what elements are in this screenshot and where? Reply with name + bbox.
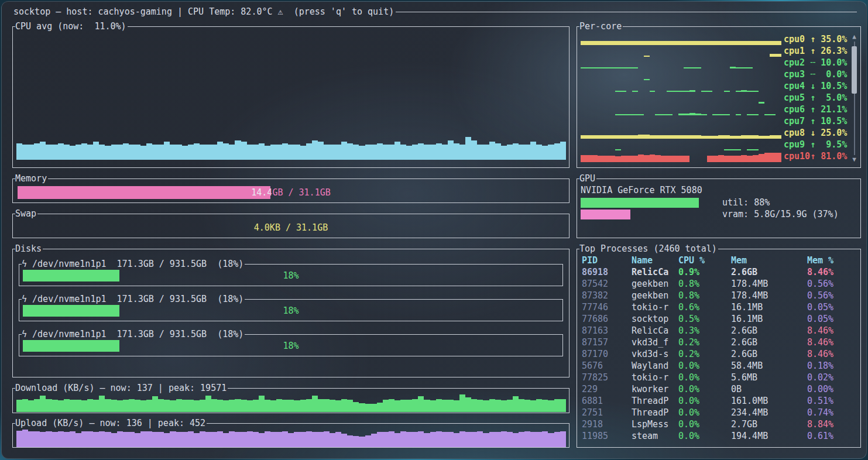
upload-history-bar bbox=[371, 434, 377, 447]
upload-history-bar bbox=[377, 432, 383, 447]
gpu-vram-gauge-fill bbox=[581, 210, 630, 219]
cpu-history-bar bbox=[371, 145, 377, 160]
process-cell: 86918 bbox=[582, 266, 632, 278]
process-cell: 87163 bbox=[582, 325, 632, 337]
process-row: 87163RelicCa0.3%2.6GB8.46% bbox=[582, 325, 856, 337]
download-history-bar bbox=[253, 400, 259, 412]
download-history-bar bbox=[347, 400, 353, 412]
upload-history-bar bbox=[507, 432, 513, 447]
cpu-history-bar bbox=[400, 145, 406, 160]
per-core-scrollbar[interactable]: ▲ ▼ bbox=[850, 33, 858, 163]
core-sparkline-bar bbox=[638, 155, 644, 162]
process-cell: ThreadP bbox=[632, 407, 678, 418]
download-history-bar bbox=[548, 400, 554, 412]
core-sparkline-bar bbox=[598, 156, 603, 162]
download-history-bar bbox=[424, 400, 430, 412]
process-cell: 0.61% bbox=[807, 430, 856, 442]
cpu-history-bar bbox=[140, 146, 146, 160]
core-sparkline-bar bbox=[655, 155, 661, 162]
upload-history-bar bbox=[330, 433, 335, 447]
core-sparkline-bar bbox=[603, 156, 609, 162]
disk-list: ϟ /dev/nvme1n1p1 171.3GB / 931.5GB (18%)… bbox=[13, 258, 569, 356]
process-table-header: PIDNameCPU %MemMem % bbox=[582, 255, 856, 266]
disk-panel-title: ϟ /dev/nvme1n1p1 171.3GB / 931.5GB (18%) bbox=[22, 293, 245, 305]
cpu-history-bar bbox=[560, 142, 566, 160]
core-row: cpu5 ↑ 5.0% bbox=[581, 92, 849, 104]
upload-history-bar bbox=[123, 432, 129, 447]
process-cell: 2.7GB bbox=[731, 418, 807, 430]
process-row: 77825tokio-r0.0%5.6MB0.02% bbox=[582, 372, 856, 383]
upload-history-bar bbox=[548, 433, 554, 447]
cpu-history-bar bbox=[34, 143, 40, 160]
scrollbar-thumb[interactable] bbox=[852, 46, 857, 94]
core-sparkline-bar bbox=[701, 41, 707, 45]
process-cell: 77746 bbox=[582, 301, 632, 313]
core-sparkline-bar bbox=[673, 156, 678, 162]
download-history-bar bbox=[341, 399, 347, 412]
process-cell: 8.46% bbox=[807, 325, 856, 337]
download-history-bar bbox=[513, 396, 519, 412]
process-cell: 2.6GB bbox=[731, 348, 807, 360]
core-sparkline-bar bbox=[736, 41, 742, 45]
upload-history-bar bbox=[560, 431, 566, 447]
cpu-history-bar bbox=[359, 146, 365, 160]
download-history-bar bbox=[205, 396, 211, 413]
core-sparkline bbox=[581, 92, 781, 104]
process-cell: 161.0MB bbox=[731, 395, 807, 407]
cpu-history-bar bbox=[182, 146, 188, 160]
scrollbar-track[interactable] bbox=[854, 42, 855, 155]
download-history-bar bbox=[430, 400, 436, 412]
process-cell: 0B bbox=[731, 383, 807, 395]
download-history-bar bbox=[276, 399, 282, 412]
upload-history-bar bbox=[111, 433, 117, 447]
upload-history-bar bbox=[288, 433, 294, 447]
core-label: cpu0 ↑ 35.0% bbox=[784, 33, 849, 45]
cpu-history-bar bbox=[194, 143, 200, 160]
download-history-bar bbox=[454, 400, 459, 412]
cpu-history-bar bbox=[548, 145, 554, 160]
download-panel-title: Download (KB/s) — now: 137 | peak: 19571 bbox=[15, 382, 228, 394]
upload-history-bar bbox=[140, 431, 146, 447]
cpu-history-bar bbox=[123, 143, 129, 160]
upload-history-bar bbox=[135, 433, 140, 447]
cpu-history-bar bbox=[424, 145, 430, 160]
download-history-bar bbox=[241, 400, 247, 412]
cpu-history-bar bbox=[365, 145, 371, 160]
process-row: 11985steam0.0%194.4MB0.61% bbox=[582, 430, 856, 442]
upload-history-bar bbox=[341, 434, 347, 447]
disk-label: /dev/nvme1n1p1 171.3GB / 931.5GB (18%) bbox=[27, 259, 243, 269]
process-cell: 87157 bbox=[582, 337, 632, 348]
cpu-history-bar bbox=[40, 142, 46, 160]
upload-history-bar bbox=[542, 431, 548, 447]
core-sparkline-bar bbox=[644, 41, 650, 45]
upload-history-bar bbox=[400, 431, 406, 447]
upload-history-bar bbox=[312, 432, 318, 447]
core-label: cpu10↑ 81.0% bbox=[784, 150, 849, 162]
scrollbar-down-icon[interactable]: ▼ bbox=[852, 156, 856, 163]
download-history-bar bbox=[81, 400, 87, 412]
upload-history-bar bbox=[383, 432, 389, 447]
core-sparkline-bar bbox=[621, 156, 627, 162]
download-history-bar bbox=[536, 399, 542, 412]
download-history-bar bbox=[200, 400, 205, 412]
cpu-history-bar bbox=[341, 142, 347, 160]
process-cell: Wayland bbox=[632, 360, 678, 372]
process-row: 6881ThreadP0.0%161.0MB0.51% bbox=[582, 395, 856, 407]
cpu-history-bar bbox=[76, 145, 81, 160]
core-label: cpu1 ↑ 26.3% bbox=[784, 45, 849, 57]
disks-panel: Disks ϟ /dev/nvme1n1p1 171.3GB / 931.5GB… bbox=[12, 243, 569, 377]
scrollbar-up-icon[interactable]: ▲ bbox=[852, 33, 856, 40]
download-history-bar bbox=[52, 400, 58, 412]
download-history-bar bbox=[318, 399, 324, 413]
upload-history-bar bbox=[282, 431, 288, 447]
core-sparkline-bar bbox=[712, 41, 718, 45]
download-history-bar bbox=[170, 400, 176, 412]
cpu-history-bar bbox=[318, 142, 324, 160]
cpu-history-bar bbox=[164, 142, 170, 160]
process-cell: RelicCa bbox=[632, 325, 678, 337]
download-history-bar bbox=[176, 399, 182, 412]
process-cell: 2.6GB bbox=[731, 266, 807, 278]
cpu-history-bar bbox=[353, 145, 359, 160]
process-cell: 2918 bbox=[582, 418, 632, 430]
core-sparkline-bar bbox=[724, 41, 730, 45]
